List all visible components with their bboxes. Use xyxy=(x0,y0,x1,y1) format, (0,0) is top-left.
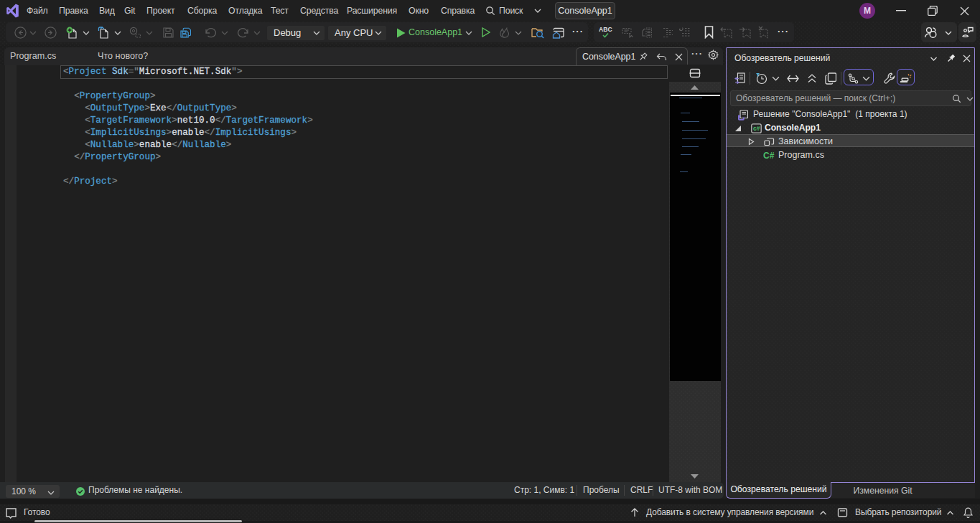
svg-text:c#: c# xyxy=(753,125,760,132)
svg-text:ABC: ABC xyxy=(599,26,612,33)
svg-text:C#: C# xyxy=(763,151,775,160)
